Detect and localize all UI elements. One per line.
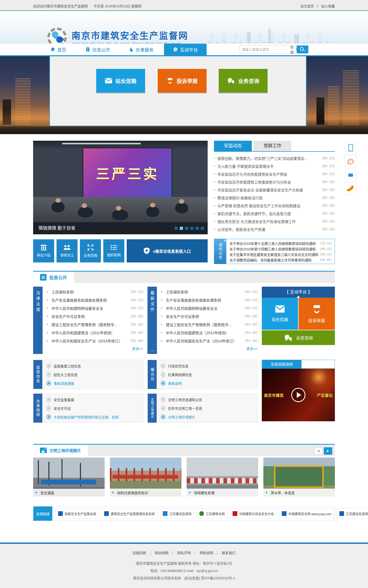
list-item[interactable]: 工伤保险条例 [03-23] bbox=[47, 288, 144, 296]
gallery-photo-safe-passage[interactable]: 安全通道 bbox=[33, 458, 105, 496]
quicklink-leadership[interactable]: 领导分工 bbox=[57, 239, 78, 262]
info-section-tab[interactable]: 信息公开 bbox=[33, 272, 74, 283]
news-item[interactable]: 紧扣关键节点，紧抓关键环节，加大监管力度 [03-16] bbox=[214, 210, 335, 217]
option-item[interactable]: 红黄牌挂牌信息 bbox=[148, 370, 258, 379]
list-item[interactable]: 中华人民共和国建筑法（2011年修改） [03-16] bbox=[47, 328, 144, 337]
quicklink-organization[interactable]: 组织机构 bbox=[103, 239, 124, 262]
online-chat-button[interactable] bbox=[345, 169, 356, 181]
friend-link[interactable]: 中国建筑业协会安全分会 bbox=[230, 508, 277, 519]
option-item[interactable]: 事故说明 bbox=[148, 379, 258, 388]
list-item[interactable]: 建设工程安全生产管理条例（国务院令... [03-16] bbox=[161, 320, 258, 328]
option-item[interactable]: 大型机械设备产权和使用的登记注销、告知 bbox=[33, 413, 143, 421]
notice-item[interactable]: 关于调整项目编码、合同备案和施工许可等事项的通知 [09-09] bbox=[229, 257, 332, 263]
news-item[interactable]: 探索创新，群策群力，切实把“三严三实”活动成果落实... [03-23] bbox=[214, 154, 335, 162]
news-item[interactable]: 注入新力量 不断提高安监管理水平 [03-23] bbox=[214, 162, 335, 170]
play-icon[interactable] bbox=[291, 388, 305, 402]
slideshow-dot[interactable] bbox=[180, 227, 183, 230]
option-item[interactable]: 历年市文明工地一览表 bbox=[148, 404, 258, 413]
list-item[interactable]: 安全生产许可证条例 [03-18] bbox=[161, 312, 258, 320]
gallery-photo-material-stacking[interactable]: 材料分类堆放并标识 bbox=[110, 458, 181, 496]
footer-link[interactable]: 旧版回顾 bbox=[128, 551, 151, 555]
search-input[interactable] bbox=[240, 48, 290, 52]
list-item[interactable]: 中华人民共和国安全生产法（2014年修订） [03-16] bbox=[161, 337, 258, 345]
tab-party-work[interactable]: 党群工作 bbox=[253, 141, 291, 151]
nav-item-interact[interactable]: 互动平台 bbox=[164, 44, 207, 55]
friend-link[interactable]: 国家安全生产监督总局 bbox=[55, 508, 99, 519]
news-item[interactable]: 市安监站召开九月份房屋建筑安全生产例会 [03-23] bbox=[214, 170, 335, 178]
option-item[interactable]: 行政处罚信息 bbox=[148, 362, 258, 370]
collapse-icon[interactable]: — bbox=[147, 348, 157, 352]
slideshow-dot[interactable] bbox=[190, 227, 193, 230]
footer-link[interactable]: 联系我们 bbox=[218, 551, 240, 555]
add-favorite-link[interactable]: 加入收藏 bbox=[321, 3, 335, 8]
option-item[interactable]: 超危大工程信息 bbox=[33, 370, 143, 379]
gallery-section-tab[interactable]: 文明工地环境图片 bbox=[33, 445, 88, 456]
top-bar: 欢迎访问南京市建筑安全生产监督网 今天是 2015年10月15日 星期四 设为首… bbox=[0, 0, 368, 11]
phone-button[interactable] bbox=[345, 183, 356, 195]
list-item[interactable]: 中华人民共和国特种设备安全法 [03-23] bbox=[161, 304, 258, 312]
news-item[interactable]: 以月促年，掀起安全生产热潮 [03-16] bbox=[214, 225, 335, 233]
gallery-next-button[interactable] bbox=[324, 447, 332, 455]
complaint-report-button[interactable]: 投诉举报 bbox=[158, 69, 207, 93]
list-item[interactable]: 中华人民共和国安全生产法（2014年修订） [03-16] bbox=[47, 337, 144, 345]
list-item[interactable]: 生产安全事故报告和调查处理条例 [03-23] bbox=[47, 296, 144, 304]
slideshow-dot[interactable] bbox=[201, 227, 204, 230]
friend-link[interactable]: 中国建筑安全网 www.jzaq.com bbox=[279, 508, 334, 519]
news-item[interactable]: 聘请法律顾问 助推依法行政 [03-16] bbox=[214, 194, 335, 202]
notice-item[interactable]: 关于举办2015年第十五期三类人员继续教育培训班的通知 [10-10] bbox=[229, 241, 332, 246]
nav-item-info[interactable]: 信息公开 bbox=[85, 44, 110, 55]
business-consult-button[interactable]: 业务咨询 bbox=[219, 69, 268, 93]
option-item[interactable]: 事故调查通报 bbox=[33, 379, 143, 388]
list-item[interactable]: 生产安全事故报告和调查处理条例 [03-23] bbox=[161, 296, 258, 304]
gallery-prev-button[interactable] bbox=[314, 447, 323, 455]
gallery-photo-rest-area[interactable]: 茶水亭、休息室 bbox=[263, 458, 335, 496]
news-item[interactable]: 从严管理 防患未然 推动安全生产工作长效机制建设 [03-16] bbox=[214, 202, 335, 210]
friend-link[interactable]: 江苏建筑业网 bbox=[197, 508, 227, 519]
slideshow-dot[interactable] bbox=[175, 227, 178, 230]
slideshow-dot[interactable] bbox=[185, 227, 188, 230]
search-category-dropdown[interactable]: 标题 bbox=[290, 46, 298, 53]
search-button[interactable] bbox=[297, 45, 308, 53]
list-item[interactable]: 工伤保险条例 [03-23] bbox=[161, 288, 258, 296]
quicklink-business-scope[interactable]: 业务范围 bbox=[80, 239, 101, 262]
notice-item[interactable]: 关于征集华东地区建筑安全联谊会三届六次会议论文的通知 [09-10] bbox=[229, 252, 332, 257]
footer-link[interactable]: 帮助说明 bbox=[195, 551, 218, 555]
slideshow-dot[interactable] bbox=[196, 227, 199, 230]
option-item[interactable]: 文明工地环境图片 bbox=[148, 413, 258, 421]
list-item[interactable]: 中华人民共和国建筑法（2011年修改） [03-16] bbox=[161, 328, 258, 337]
quicklink-unit-intro[interactable]: 单位介绍 bbox=[33, 239, 54, 262]
more-link[interactable]: 更多>> bbox=[247, 346, 257, 351]
news-item[interactable]: 强化责任担当 大力推进安全生产标准化管理工作 [03-16] bbox=[214, 217, 335, 225]
footer-link[interactable]: 网站地图 bbox=[151, 551, 173, 555]
news-item[interactable]: 市安监站召开房屋建筑工地事故统计与分析会 [03-18] bbox=[214, 178, 335, 186]
option-item[interactable]: 文明工地评选通知公告 bbox=[148, 395, 258, 404]
doc-icon bbox=[40, 274, 47, 281]
nav-item-home[interactable]: 首页 bbox=[50, 44, 66, 55]
list-item[interactable]: 中华人民共和国特种设备安全法 [03-23] bbox=[47, 304, 144, 312]
notice-item[interactable]: 关于举办2015年第十四期三类人员继续教育培训班的通知 [09-25] bbox=[229, 246, 332, 252]
quicklink-safety-system-entry[interactable]: e路安全信息系统入口 bbox=[127, 239, 208, 262]
list-item[interactable]: 安全生产许可证条例 [03-18] bbox=[47, 312, 144, 320]
option-item[interactable]: 安全监督备案 bbox=[33, 395, 143, 404]
footer-link[interactable]: 隐私声明 bbox=[173, 551, 195, 555]
friend-link[interactable]: 江苏建设信息网 bbox=[160, 508, 194, 519]
tab-safety-news[interactable]: 安监动态 bbox=[214, 141, 252, 151]
mobile-site-button[interactable] bbox=[345, 141, 356, 154]
friend-link[interactable]: 建筑安全生产监督管理信息系统 bbox=[101, 508, 157, 519]
news-slideshow[interactable]: 三严三实 慎独慎微 勤于自省 bbox=[33, 141, 208, 234]
webmaster-mailbox-tile[interactable]: 站长信箱 bbox=[262, 298, 298, 330]
webmaster-mailbox-button[interactable]: 站长信箱 bbox=[96, 69, 145, 93]
complaint-report-tile[interactable]: 投诉举报 bbox=[299, 298, 335, 330]
nav-item-services[interactable]: 办事服务 bbox=[129, 44, 154, 55]
gallery-photo-hardened-ground[interactable]: 场地硬化处理 bbox=[187, 458, 258, 496]
weibo-button[interactable] bbox=[345, 155, 356, 168]
list-item[interactable]: 建设工程安全生产管理条例（国务院令... [03-16] bbox=[47, 320, 144, 328]
friend-link[interactable]: 江苏建设信息网 bbox=[337, 508, 368, 519]
set-home-link[interactable]: 设为首页 bbox=[300, 3, 314, 8]
option-item[interactable]: 监督备案工程信息 bbox=[33, 362, 143, 370]
news-item[interactable]: 市安监站召开紧急会议 全面部署落实安全生产大检查 [03-16] bbox=[214, 186, 335, 194]
business-consult-tile[interactable]: 业务咨询 bbox=[262, 330, 335, 345]
more-link[interactable]: 更多>> bbox=[132, 346, 143, 351]
option-item[interactable]: 安全许可证 bbox=[33, 404, 143, 413]
video-thumbnail[interactable]: 南京市建筑 产监督站 bbox=[262, 369, 335, 421]
